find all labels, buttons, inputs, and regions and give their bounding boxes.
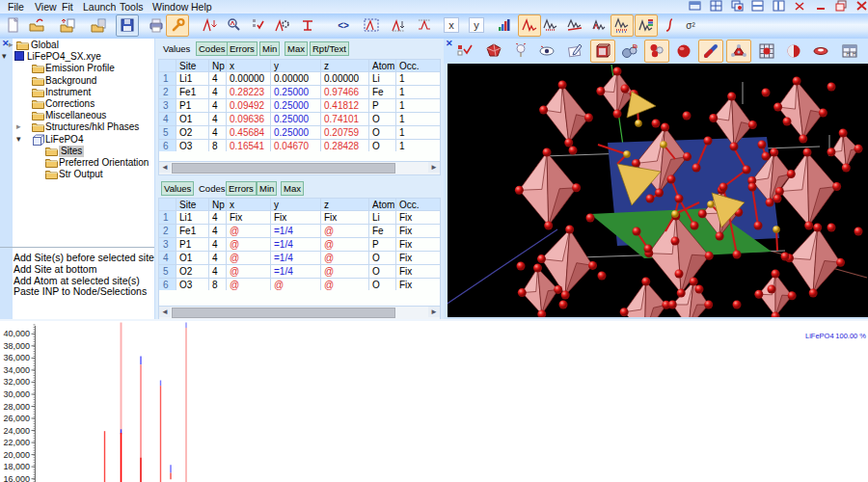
error-bar-peak-icon[interactable] [297,15,318,36]
menu-launch[interactable]: Launch [83,1,116,13]
codes-table-cell[interactable]: 1 [159,211,176,225]
tree-item-global[interactable]: ▸Global [13,40,154,51]
balloon-label-icon[interactable] [509,40,532,62]
tree-item-corrections[interactable]: Corrections [13,98,154,110]
codes-table-cell[interactable]: =1/4 [271,238,321,252]
values-table-cell[interactable]: 4 [209,72,227,86]
import-inp-icon[interactable] [57,15,78,36]
values-table-cell[interactable]: 0.25000 [271,113,321,126]
values-table-cell[interactable]: P1 [176,99,209,113]
codes-table-cell[interactable]: Fix [396,252,441,265]
codes-table-col-header[interactable]: Atom [369,199,396,211]
codes-table-cell[interactable]: =1/4 [271,252,321,265]
code-editor-icon[interactable]: <> [333,15,354,36]
tile-windows-button[interactable] [710,0,725,12]
codes-table-cell[interactable]: =1/4 [271,265,321,279]
menu-fit[interactable]: Fit [62,1,73,13]
values-table-col-header[interactable]: x [227,60,271,72]
values-table-tab-rpttext[interactable]: Rpt/Text [310,41,349,56]
new-window-button[interactable] [689,0,704,12]
values-table-cell[interactable]: Li [369,72,396,86]
codes-table-cell[interactable]: Fix [271,211,321,225]
codes-table-col-header[interactable]: y [271,199,321,211]
values-table-cell[interactable]: 3 [159,99,176,113]
tree-item-instrument[interactable]: Instrument [13,87,154,98]
codes-table-tab-values[interactable]: Values [161,181,194,196]
codes-table-cell[interactable]: Fe [369,225,396,238]
codes-table-col-header[interactable]: x [227,199,271,211]
codes-table-cell[interactable]: Li [369,211,396,225]
codes-table-cell[interactable]: =1/4 [271,225,321,238]
values-table-cell[interactable]: 0.28223 [227,86,271,99]
single-peak-icon[interactable] [518,14,541,37]
structure-table-icon[interactable]: HH [838,40,861,62]
menu-help[interactable]: Help [191,1,212,13]
values-table-cell[interactable]: 0.20759 [321,126,369,140]
values-table-cell[interactable]: 0.25000 [271,99,321,113]
integral-curve-icon[interactable] [659,15,680,36]
unit-cell-box-icon[interactable] [590,40,615,63]
values-table-cell[interactable]: Li1 [176,72,209,86]
codes-table-tab-codes[interactable]: Codes [199,183,225,194]
values-table-tab-codes[interactable]: Codes [196,41,228,56]
peaks-baseline-icon[interactable] [564,15,585,36]
codes-table-cell[interactable]: 4 [209,225,227,238]
insert-peak-icon[interactable] [388,15,409,36]
scroll-thumb[interactable] [172,308,395,318]
zoom-peak-icon[interactable] [224,15,245,36]
action-link-3[interactable]: Add Atom at selected site(s) [14,275,140,286]
tree-item-lifepo4[interactable]: ▾LiFePO4 [13,134,154,146]
codes-table-tab-errors[interactable]: Errors [226,181,257,196]
values-table-cell[interactable]: 1 [396,72,441,86]
action-link-1[interactable]: Add Site(s) before selected site(s) [14,252,166,263]
values-table-cell[interactable]: 0.00000 [321,72,369,86]
codes-table-cell[interactable]: @ [321,265,369,279]
values-table-cell[interactable]: 0.09492 [227,99,271,113]
codes-table-cell[interactable]: Fix [396,211,441,225]
scroll-thumb[interactable] [172,163,395,174]
values-table-cell[interactable]: 0.41812 [321,99,369,113]
polyhedra-triangle-icon[interactable] [726,40,751,63]
expand-arrow-icon[interactable]: ▸ [9,39,14,50]
import-document-icon[interactable] [88,15,109,36]
values-table-col-header[interactable]: Np [209,60,227,72]
codes-table-cell[interactable]: O1 [176,252,209,265]
polyhedra-gem-icon[interactable] [482,40,505,62]
codes-table-cell[interactable]: @ [227,238,271,252]
values-table-col-header[interactable]: z [321,60,369,72]
codes-table-cell[interactable]: P [369,238,396,252]
setup-wrench-icon[interactable] [166,14,189,37]
codes-table-cell[interactable]: 5 [159,265,176,279]
tree-item-background[interactable]: Background [13,75,154,87]
atom-balls-icon[interactable] [644,40,669,63]
codes-table-cell[interactable]: 4 [209,265,227,279]
codes-table-cell[interactable]: Fix [396,225,441,238]
expand-arrow-icon[interactable]: ▸ [16,120,21,132]
split-vertical-button[interactable] [773,0,788,12]
ring-view-icon[interactable] [809,40,832,62]
codes-table-cell[interactable]: O2 [176,265,209,279]
scroll-left-arrow[interactable]: ◄ [159,162,171,173]
codes-table-cell[interactable]: O [369,252,396,265]
open-file-icon[interactable] [26,15,47,36]
values-table-cell[interactable]: 4 [209,99,227,113]
codes-table-cell[interactable]: Fix [227,211,271,225]
values-table-tab-max[interactable]: Max [285,41,308,56]
peaks-pair-icon[interactable] [588,15,610,36]
codes-table-cell[interactable]: 4 [209,211,227,225]
codes-table-cell[interactable]: 4 [209,252,227,265]
values-table-cell[interactable]: 1 [159,72,176,86]
scroll-right-arrow[interactable]: ► [428,162,440,173]
restore-button[interactable] [835,0,851,12]
menu-view[interactable]: View [35,1,57,13]
values-table-cell[interactable]: Fe1 [176,86,209,99]
codes-table-col-header[interactable] [159,199,176,211]
save-icon[interactable] [116,14,139,37]
values-table-col-header[interactable]: Atom [369,60,396,72]
values-table-cell[interactable]: O [369,126,396,140]
codes-table-cell[interactable]: Fe1 [176,225,209,238]
codes-table-cell[interactable]: 3 [159,238,176,252]
action-link-4[interactable]: Paste INP to Node/Selections [14,285,147,297]
codes-table-cell[interactable]: Fix [396,238,441,252]
close-button[interactable] [855,0,868,12]
